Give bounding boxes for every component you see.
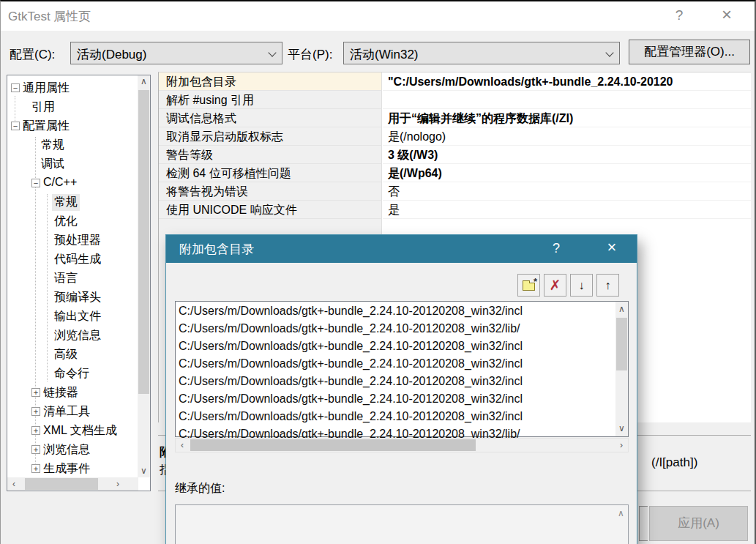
property-name-cell[interactable]: 警告等级 bbox=[159, 146, 382, 164]
tree-item-label[interactable]: 常规 bbox=[39, 137, 67, 154]
scroll-up-icon[interactable]: ∧ bbox=[138, 75, 150, 88]
include-path-item[interactable]: C:/Users/m/Downloads/gtk+-bundle_2.24.10… bbox=[176, 302, 612, 320]
scroll-left-icon[interactable]: ‹ bbox=[7, 477, 20, 491]
tree-item-label[interactable]: 预编译头 bbox=[52, 289, 103, 306]
tree-item-高级[interactable]: 高级 bbox=[7, 345, 150, 364]
tree-item-label[interactable]: 代码生成 bbox=[52, 251, 103, 268]
expand-icon[interactable]: + bbox=[31, 464, 40, 473]
tree-item-C/C++[interactable]: −C/C++ bbox=[7, 174, 150, 193]
scroll-up-icon[interactable]: ∧ bbox=[615, 507, 627, 520]
include-path-item[interactable]: C:/Users/m/Downloads/gtk+-bundle_2.24.10… bbox=[176, 320, 612, 338]
property-name-cell[interactable]: 解析 #using 引用 bbox=[159, 91, 382, 109]
scroll-right-icon[interactable]: › bbox=[615, 439, 628, 452]
help-icon[interactable]: ? bbox=[668, 7, 690, 23]
property-value-cell[interactable]: 是(/Wp64) bbox=[383, 164, 751, 182]
scrollbar-thumb[interactable] bbox=[190, 439, 476, 451]
configuration-select[interactable]: 活动(Debug) bbox=[70, 42, 282, 64]
tree-item-label[interactable]: 配置属性 bbox=[20, 118, 72, 135]
tree-item-常规[interactable]: 常规 bbox=[7, 193, 150, 212]
tree-item-label[interactable]: 浏览信息 bbox=[41, 441, 92, 458]
tree-item-调试[interactable]: 调试 bbox=[7, 154, 150, 174]
include-path-item[interactable]: C:/Users/m/Downloads/gtk+-bundle_2.24.10… bbox=[176, 355, 612, 373]
move-down-button[interactable]: ↓ bbox=[570, 274, 593, 297]
tree-item-label[interactable]: 调试 bbox=[39, 156, 67, 173]
tree-item-浏览信息[interactable]: +浏览信息 bbox=[7, 440, 150, 459]
cancel-button-fragment[interactable] bbox=[639, 506, 648, 541]
tree-item-浏览信息[interactable]: 浏览信息 bbox=[7, 326, 150, 345]
tree-item-生成事件[interactable]: +生成事件 bbox=[7, 459, 150, 478]
property-value-cell[interactable]: 是 bbox=[383, 201, 751, 219]
tree-item-命令行[interactable]: 命令行 bbox=[7, 364, 150, 383]
property-name-cell[interactable]: 检测 64 位可移植性问题 bbox=[159, 164, 382, 182]
tree-item-label[interactable]: 优化 bbox=[52, 213, 80, 230]
configuration-manager-button[interactable]: 配置管理器(O)... bbox=[629, 40, 750, 64]
tree-item-常规[interactable]: 常规 bbox=[7, 135, 150, 154]
property-value-cell[interactable]: 否 bbox=[383, 182, 751, 201]
include-path-item[interactable]: C:/Users/m/Downloads/gtk+-bundle_2.24.10… bbox=[176, 408, 612, 425]
tree-item-XML 文档生成[interactable]: +XML 文档生成 bbox=[7, 421, 150, 440]
scroll-down-icon[interactable]: ∨ bbox=[615, 422, 628, 435]
property-value-cell[interactable]: 3 级(/W3) bbox=[383, 146, 751, 164]
tree-item-语言[interactable]: 语言 bbox=[7, 269, 150, 288]
delete-button[interactable]: ✗ bbox=[544, 274, 566, 297]
expand-icon[interactable]: + bbox=[31, 426, 40, 435]
new-line-button[interactable]: * bbox=[517, 274, 540, 297]
include-path-item[interactable]: C:/Users/m/Downloads/gtk+-bundle_2.24.10… bbox=[176, 338, 612, 355]
property-name-cell[interactable]: 调试信息格式 bbox=[159, 109, 382, 127]
tree-item-通用属性[interactable]: −通用属性 bbox=[7, 78, 150, 97]
scroll-down-icon[interactable]: ∨ bbox=[138, 465, 150, 477]
tree-item-引用[interactable]: 引用 bbox=[7, 97, 150, 116]
property-value-cell[interactable]: "C:/Users/m/Downloads/gtk+-bundle_2.24.1… bbox=[383, 72, 751, 91]
tree-item-预处理器[interactable]: 预处理器 bbox=[7, 231, 150, 250]
tree-item-label[interactable]: 输出文件 bbox=[52, 308, 103, 325]
tree-item-配置属性[interactable]: −配置属性 bbox=[7, 116, 150, 135]
tree-item-label[interactable]: C/C++ bbox=[41, 175, 79, 190]
scrollbar-thumb[interactable] bbox=[616, 318, 627, 370]
tree-item-label[interactable]: 链接器 bbox=[41, 384, 81, 401]
scroll-right-icon[interactable]: › bbox=[111, 477, 124, 491]
tree-item-label[interactable]: 命令行 bbox=[52, 365, 91, 382]
tree-item-label[interactable]: 浏览信息 bbox=[52, 327, 103, 344]
tree-item-label[interactable]: 引用 bbox=[29, 99, 57, 116]
tree-item-label[interactable]: 常规 bbox=[52, 194, 80, 211]
property-value-cell[interactable] bbox=[383, 91, 751, 109]
expand-icon[interactable]: + bbox=[31, 407, 40, 416]
property-value-cell[interactable]: 用于“编辑并继续”的程序数据库(/ZI) bbox=[383, 109, 751, 127]
scrollbar-thumb[interactable] bbox=[25, 478, 98, 490]
apply-button[interactable]: 应用(A) bbox=[649, 506, 748, 541]
inherited-values-box[interactable]: ∧ bbox=[175, 504, 629, 544]
property-name-cell[interactable]: 取消显示启动版权标志 bbox=[159, 127, 382, 146]
tree-item-预编译头[interactable]: 预编译头 bbox=[7, 288, 150, 307]
include-path-item[interactable]: C:/Users/m/Downloads/gtk+-bundle_2.24.10… bbox=[176, 373, 612, 390]
platform-select[interactable]: 活动(Win32) bbox=[343, 42, 620, 64]
collapse-icon[interactable]: − bbox=[11, 83, 20, 92]
tree-item-label[interactable]: 高级 bbox=[52, 346, 80, 363]
tree-item-优化[interactable]: 优化 bbox=[7, 212, 150, 231]
property-name-cell[interactable]: 附加包含目录 bbox=[159, 72, 382, 91]
property-value-cell[interactable]: 是(/nologo) bbox=[383, 127, 751, 146]
tree-item-输出文件[interactable]: 输出文件 bbox=[7, 307, 150, 326]
close-icon[interactable]: × bbox=[714, 4, 739, 25]
expand-icon[interactable]: + bbox=[31, 445, 40, 454]
tree-item-清单工具[interactable]: +清单工具 bbox=[7, 402, 150, 421]
tree-item-代码生成[interactable]: 代码生成 bbox=[7, 250, 150, 269]
tree-item-label[interactable]: 语言 bbox=[52, 270, 80, 287]
expand-icon[interactable]: + bbox=[31, 388, 40, 397]
tree-item-label[interactable]: XML 文档生成 bbox=[41, 422, 119, 439]
tree-item-链接器[interactable]: +链接器 bbox=[7, 383, 150, 402]
property-name-cell[interactable]: 使用 UNICODE 响应文件 bbox=[159, 201, 382, 219]
tree-item-label[interactable]: 预处理器 bbox=[52, 232, 103, 249]
collapse-icon[interactable]: − bbox=[31, 179, 40, 187]
dialog-close-icon[interactable]: × bbox=[599, 238, 624, 257]
tree-item-label[interactable]: 生成事件 bbox=[41, 461, 92, 477]
collapse-icon[interactable]: − bbox=[11, 122, 20, 130]
tree-item-label[interactable]: 通用属性 bbox=[20, 80, 72, 97]
move-up-button[interactable]: ↑ bbox=[596, 274, 619, 297]
dialog-help-icon[interactable]: ? bbox=[545, 241, 567, 256]
scroll-left-icon[interactable]: ‹ bbox=[176, 439, 189, 452]
scroll-up-icon[interactable]: ∧ bbox=[615, 303, 628, 316]
property-name-cell[interactable]: 将警告视为错误 bbox=[159, 182, 382, 201]
scrollbar-thumb[interactable] bbox=[138, 90, 149, 394]
include-path-item[interactable]: C:/Users/m/Downloads/gtk+-bundle_2.24.10… bbox=[176, 390, 612, 408]
tree-item-label[interactable]: 清单工具 bbox=[41, 403, 92, 420]
